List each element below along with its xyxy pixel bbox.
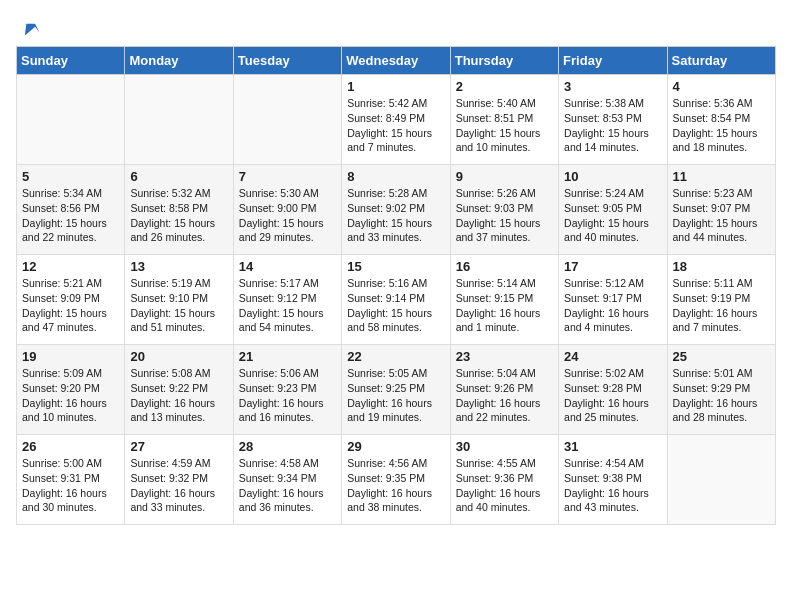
col-header-tuesday: Tuesday xyxy=(233,47,341,75)
day-number: 12 xyxy=(22,259,119,274)
logo xyxy=(16,16,41,36)
day-number: 18 xyxy=(673,259,770,274)
day-info: Sunrise: 5:05 AM Sunset: 9:25 PM Dayligh… xyxy=(347,366,444,425)
calendar-table: SundayMondayTuesdayWednesdayThursdayFrid… xyxy=(16,46,776,525)
day-number: 28 xyxy=(239,439,336,454)
calendar-cell: 1Sunrise: 5:42 AM Sunset: 8:49 PM Daylig… xyxy=(342,75,450,165)
calendar-cell: 7Sunrise: 5:30 AM Sunset: 9:00 PM Daylig… xyxy=(233,165,341,255)
calendar-cell: 26Sunrise: 5:00 AM Sunset: 9:31 PM Dayli… xyxy=(17,435,125,525)
calendar-cell: 23Sunrise: 5:04 AM Sunset: 9:26 PM Dayli… xyxy=(450,345,558,435)
calendar-cell: 19Sunrise: 5:09 AM Sunset: 9:20 PM Dayli… xyxy=(17,345,125,435)
day-info: Sunrise: 5:04 AM Sunset: 9:26 PM Dayligh… xyxy=(456,366,553,425)
col-header-wednesday: Wednesday xyxy=(342,47,450,75)
day-info: Sunrise: 5:06 AM Sunset: 9:23 PM Dayligh… xyxy=(239,366,336,425)
day-number: 3 xyxy=(564,79,661,94)
calendar-cell: 20Sunrise: 5:08 AM Sunset: 9:22 PM Dayli… xyxy=(125,345,233,435)
calendar-cell: 15Sunrise: 5:16 AM Sunset: 9:14 PM Dayli… xyxy=(342,255,450,345)
day-number: 1 xyxy=(347,79,444,94)
day-info: Sunrise: 4:55 AM Sunset: 9:36 PM Dayligh… xyxy=(456,456,553,515)
calendar-cell xyxy=(17,75,125,165)
day-number: 8 xyxy=(347,169,444,184)
day-info: Sunrise: 5:36 AM Sunset: 8:54 PM Dayligh… xyxy=(673,96,770,155)
calendar-cell xyxy=(233,75,341,165)
day-number: 30 xyxy=(456,439,553,454)
day-info: Sunrise: 5:40 AM Sunset: 8:51 PM Dayligh… xyxy=(456,96,553,155)
day-info: Sunrise: 5:09 AM Sunset: 9:20 PM Dayligh… xyxy=(22,366,119,425)
col-header-thursday: Thursday xyxy=(450,47,558,75)
calendar-cell: 12Sunrise: 5:21 AM Sunset: 9:09 PM Dayli… xyxy=(17,255,125,345)
day-number: 13 xyxy=(130,259,227,274)
day-info: Sunrise: 5:21 AM Sunset: 9:09 PM Dayligh… xyxy=(22,276,119,335)
day-number: 11 xyxy=(673,169,770,184)
day-info: Sunrise: 5:26 AM Sunset: 9:03 PM Dayligh… xyxy=(456,186,553,245)
calendar-cell: 16Sunrise: 5:14 AM Sunset: 9:15 PM Dayli… xyxy=(450,255,558,345)
day-number: 19 xyxy=(22,349,119,364)
day-number: 10 xyxy=(564,169,661,184)
calendar-cell: 14Sunrise: 5:17 AM Sunset: 9:12 PM Dayli… xyxy=(233,255,341,345)
day-number: 15 xyxy=(347,259,444,274)
calendar-cell: 22Sunrise: 5:05 AM Sunset: 9:25 PM Dayli… xyxy=(342,345,450,435)
calendar-cell xyxy=(125,75,233,165)
day-number: 20 xyxy=(130,349,227,364)
day-number: 6 xyxy=(130,169,227,184)
day-info: Sunrise: 5:24 AM Sunset: 9:05 PM Dayligh… xyxy=(564,186,661,245)
day-info: Sunrise: 5:17 AM Sunset: 9:12 PM Dayligh… xyxy=(239,276,336,335)
calendar-cell: 9Sunrise: 5:26 AM Sunset: 9:03 PM Daylig… xyxy=(450,165,558,255)
col-header-saturday: Saturday xyxy=(667,47,775,75)
day-number: 9 xyxy=(456,169,553,184)
header-row: SundayMondayTuesdayWednesdayThursdayFrid… xyxy=(17,47,776,75)
calendar-week-5: 26Sunrise: 5:00 AM Sunset: 9:31 PM Dayli… xyxy=(17,435,776,525)
day-info: Sunrise: 5:12 AM Sunset: 9:17 PM Dayligh… xyxy=(564,276,661,335)
calendar-cell: 29Sunrise: 4:56 AM Sunset: 9:35 PM Dayli… xyxy=(342,435,450,525)
calendar-cell: 25Sunrise: 5:01 AM Sunset: 9:29 PM Dayli… xyxy=(667,345,775,435)
day-number: 4 xyxy=(673,79,770,94)
calendar-cell: 28Sunrise: 4:58 AM Sunset: 9:34 PM Dayli… xyxy=(233,435,341,525)
calendar-cell: 3Sunrise: 5:38 AM Sunset: 8:53 PM Daylig… xyxy=(559,75,667,165)
day-info: Sunrise: 5:19 AM Sunset: 9:10 PM Dayligh… xyxy=(130,276,227,335)
day-info: Sunrise: 5:08 AM Sunset: 9:22 PM Dayligh… xyxy=(130,366,227,425)
calendar-cell: 10Sunrise: 5:24 AM Sunset: 9:05 PM Dayli… xyxy=(559,165,667,255)
col-header-monday: Monday xyxy=(125,47,233,75)
day-info: Sunrise: 5:42 AM Sunset: 8:49 PM Dayligh… xyxy=(347,96,444,155)
calendar-cell: 18Sunrise: 5:11 AM Sunset: 9:19 PM Dayli… xyxy=(667,255,775,345)
day-info: Sunrise: 4:59 AM Sunset: 9:32 PM Dayligh… xyxy=(130,456,227,515)
page-header xyxy=(16,16,776,36)
day-info: Sunrise: 5:28 AM Sunset: 9:02 PM Dayligh… xyxy=(347,186,444,245)
calendar-cell: 31Sunrise: 4:54 AM Sunset: 9:38 PM Dayli… xyxy=(559,435,667,525)
calendar-week-4: 19Sunrise: 5:09 AM Sunset: 9:20 PM Dayli… xyxy=(17,345,776,435)
day-number: 17 xyxy=(564,259,661,274)
day-info: Sunrise: 5:14 AM Sunset: 9:15 PM Dayligh… xyxy=(456,276,553,335)
calendar-week-1: 1Sunrise: 5:42 AM Sunset: 8:49 PM Daylig… xyxy=(17,75,776,165)
calendar-cell: 21Sunrise: 5:06 AM Sunset: 9:23 PM Dayli… xyxy=(233,345,341,435)
day-number: 31 xyxy=(564,439,661,454)
calendar-cell: 11Sunrise: 5:23 AM Sunset: 9:07 PM Dayli… xyxy=(667,165,775,255)
day-number: 7 xyxy=(239,169,336,184)
calendar-cell: 2Sunrise: 5:40 AM Sunset: 8:51 PM Daylig… xyxy=(450,75,558,165)
day-number: 29 xyxy=(347,439,444,454)
day-number: 22 xyxy=(347,349,444,364)
calendar-cell: 17Sunrise: 5:12 AM Sunset: 9:17 PM Dayli… xyxy=(559,255,667,345)
svg-marker-0 xyxy=(25,24,40,36)
day-info: Sunrise: 5:30 AM Sunset: 9:00 PM Dayligh… xyxy=(239,186,336,245)
day-info: Sunrise: 5:00 AM Sunset: 9:31 PM Dayligh… xyxy=(22,456,119,515)
day-number: 27 xyxy=(130,439,227,454)
day-number: 24 xyxy=(564,349,661,364)
day-info: Sunrise: 4:58 AM Sunset: 9:34 PM Dayligh… xyxy=(239,456,336,515)
day-info: Sunrise: 5:34 AM Sunset: 8:56 PM Dayligh… xyxy=(22,186,119,245)
day-info: Sunrise: 5:32 AM Sunset: 8:58 PM Dayligh… xyxy=(130,186,227,245)
day-info: Sunrise: 5:01 AM Sunset: 9:29 PM Dayligh… xyxy=(673,366,770,425)
calendar-cell: 5Sunrise: 5:34 AM Sunset: 8:56 PM Daylig… xyxy=(17,165,125,255)
logo-icon xyxy=(19,18,41,40)
day-number: 5 xyxy=(22,169,119,184)
day-info: Sunrise: 5:02 AM Sunset: 9:28 PM Dayligh… xyxy=(564,366,661,425)
day-info: Sunrise: 5:38 AM Sunset: 8:53 PM Dayligh… xyxy=(564,96,661,155)
calendar-week-3: 12Sunrise: 5:21 AM Sunset: 9:09 PM Dayli… xyxy=(17,255,776,345)
day-info: Sunrise: 5:11 AM Sunset: 9:19 PM Dayligh… xyxy=(673,276,770,335)
day-number: 21 xyxy=(239,349,336,364)
logo-text xyxy=(16,16,41,40)
calendar-cell: 30Sunrise: 4:55 AM Sunset: 9:36 PM Dayli… xyxy=(450,435,558,525)
day-info: Sunrise: 4:56 AM Sunset: 9:35 PM Dayligh… xyxy=(347,456,444,515)
day-number: 25 xyxy=(673,349,770,364)
day-number: 26 xyxy=(22,439,119,454)
day-info: Sunrise: 4:54 AM Sunset: 9:38 PM Dayligh… xyxy=(564,456,661,515)
